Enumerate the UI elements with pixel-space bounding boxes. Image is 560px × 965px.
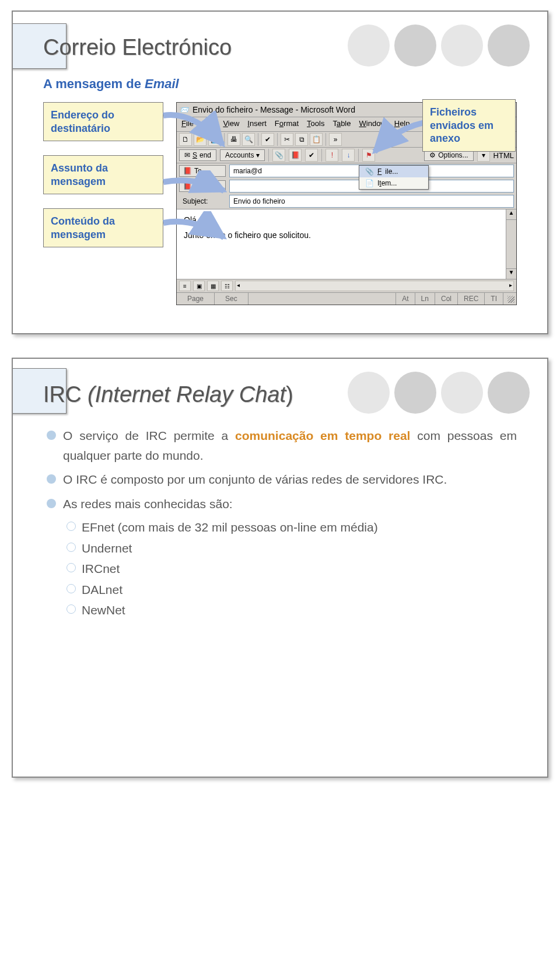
cut-icon[interactable]: ✂ — [281, 133, 293, 146]
bullet-1: O serviço de IRC permite a comunicação e… — [46, 424, 517, 467]
callout-subject: Assunto da mensagem — [43, 155, 163, 194]
title-expansion: (Internet Relay Chat — [88, 382, 286, 407]
slide2-title: IRC (Internet Relay Chat) — [43, 382, 517, 407]
slide-email: Correio Electrónico A mensagem de Email … — [12, 11, 548, 334]
status-sec: Sec — [215, 293, 249, 305]
copy-icon[interactable]: ⧉ — [295, 133, 308, 146]
check-names-icon[interactable]: ✔ — [305, 149, 318, 162]
importance-high-icon[interactable]: ! — [326, 149, 338, 162]
menu-table[interactable]: Table — [332, 119, 351, 130]
hscroll-right-icon[interactable]: ▸ — [509, 282, 512, 288]
status-bar: Page Sec At Ln Col REC TI — [177, 292, 516, 305]
callout-attach: Ficheiros enviados em anexo — [422, 99, 516, 152]
scroll-up-icon[interactable]: ▲ — [506, 209, 516, 220]
bullet-2: O IRC é composto por um conjunto de vári… — [46, 467, 517, 492]
b1-pre: O serviço de IRC permite a — [63, 429, 235, 442]
scroll-down-icon[interactable]: ▼ — [506, 268, 516, 279]
resize-grip-icon[interactable] — [503, 293, 516, 305]
spell-icon[interactable]: ✔ — [261, 133, 274, 146]
sub-bullet-list: EFnet (com mais de 32 mil pessoas on-lin… — [65, 517, 517, 621]
paste-icon[interactable]: 📋 — [310, 133, 323, 146]
status-at: At — [396, 293, 415, 305]
subtitle-text: A mensagem de — [43, 76, 145, 91]
preview-icon[interactable]: 🔍 — [242, 133, 255, 146]
menu-format[interactable]: Format — [275, 119, 299, 130]
menu-tools[interactable]: Tools — [307, 119, 324, 130]
arrow-to-subject — [159, 170, 229, 205]
format-select[interactable]: HTML — [494, 151, 514, 160]
view-normal-icon[interactable]: ≡ — [179, 281, 191, 291]
slide-irc: IRC (Internet Relay Chat) O serviço de I… — [12, 358, 548, 778]
status-page: Page — [177, 293, 215, 305]
sub-undernet: Undernet — [65, 538, 517, 559]
b3-text: As redes mais conhecidas são: — [63, 497, 233, 511]
callout-column: Endereço do destinatário Assunto da mens… — [43, 102, 163, 247]
importance-low-icon[interactable]: ↓ — [342, 149, 355, 162]
callout-to: Endereço do destinatário — [43, 102, 163, 141]
body-line-1: Olá, — [184, 215, 509, 225]
sub-efnet: EFnet (com mais de 32 mil pessoas on-lin… — [65, 517, 517, 538]
sub-ircnet: IRCnet — [65, 558, 517, 579]
more-icon[interactable]: » — [329, 133, 342, 146]
status-col: Col — [435, 293, 458, 305]
slide-subtitle: A mensagem de Email — [43, 76, 517, 92]
status-ln: Ln — [415, 293, 435, 305]
b1-highlight: comunicação em tempo real — [235, 429, 410, 442]
subject-input[interactable]: Envio do ficheiro — [229, 195, 514, 208]
view-switch-bar: ≡ ▣ ▦ ☷ ◂ ▸ — [177, 279, 516, 292]
attach-clip-icon[interactable]: 📎 — [272, 149, 285, 162]
vertical-scrollbar[interactable]: ▲ ▼ — [506, 209, 516, 279]
print-icon[interactable]: 🖶 — [228, 133, 240, 146]
hscroll-left-icon[interactable]: ◂ — [237, 282, 240, 288]
sub-newnet: NewNet — [65, 600, 517, 621]
bullet-3: As redes mais conhecidas são: EFnet (com… — [46, 492, 517, 623]
slide-title: Correio Electrónico — [43, 35, 517, 60]
address-book-icon[interactable]: 📕 — [289, 149, 302, 162]
attach-item-item[interactable]: 📄 Item... — [359, 177, 428, 189]
status-rec: REC — [458, 293, 485, 305]
body-line-2: Junto envio o ficheiro que solicitou. — [184, 230, 509, 240]
sub-dalnet: DALnet — [65, 579, 517, 600]
title-close-paren: ) — [286, 382, 293, 407]
bullet-list: O serviço de IRC permite a comunicação e… — [46, 424, 517, 623]
b2-text: O IRC é composto por um conjunto de vári… — [63, 473, 447, 486]
view-web-icon[interactable]: ▣ — [193, 281, 205, 291]
status-trk: TI — [485, 293, 503, 305]
title-irc: IRC — [43, 382, 88, 407]
attach-file-item[interactable]: 📎 File... — [359, 166, 428, 177]
callout-body: Conteúdo da mensagem — [43, 208, 163, 247]
menu-insert[interactable]: Insert — [247, 119, 267, 130]
view-print-icon[interactable]: ▦ — [207, 281, 219, 291]
subtitle-em: Email — [145, 76, 179, 91]
arrow-to-body — [159, 211, 229, 252]
view-outline-icon[interactable]: ☷ — [221, 281, 233, 291]
attach-dropdown-menu: 📎 File... 📄 Item... — [359, 165, 429, 190]
